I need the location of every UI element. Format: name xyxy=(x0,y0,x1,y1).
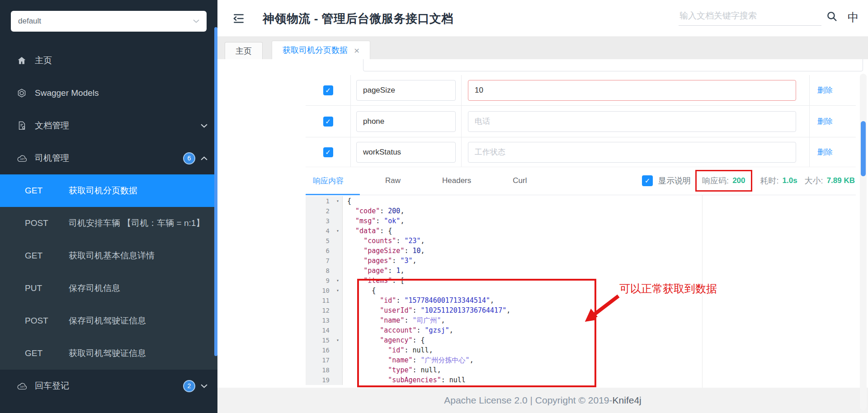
svg-text:API: API xyxy=(20,385,24,388)
meta-pair: 大小:7.89 KB xyxy=(805,175,855,186)
fold-arrow-icon[interactable]: ▾ xyxy=(336,286,339,296)
sidebar-item-label: 司机管理 xyxy=(35,152,183,164)
sidebar-item[interactable]: 主页 xyxy=(0,44,217,77)
line-number: 1▾ xyxy=(306,196,343,206)
response-tab[interactable]: 响应内容 xyxy=(313,176,344,186)
meta-label: 响应码: xyxy=(702,175,729,186)
param-checkbox[interactable]: ✓ xyxy=(323,117,333,127)
footer-brand: Knife4j xyxy=(613,395,642,406)
line-number: 11 xyxy=(306,296,343,305)
language-toggle-button[interactable]: 中 xyxy=(848,10,859,25)
code-line: 7 "pages": "3", xyxy=(306,256,856,266)
code-text: "data": { xyxy=(343,226,392,236)
api-endpoint-item[interactable]: GET获取司机基本信息详情 xyxy=(0,239,217,272)
api-endpoint-item[interactable]: POST司机安排车辆 【司机：车辆 = n:1】 xyxy=(0,207,217,239)
fold-arrow-icon[interactable]: ▾ xyxy=(336,226,339,236)
param-value-cell xyxy=(461,106,809,137)
endpoint-label: 获取司机分页数据 xyxy=(69,185,137,197)
delete-param-link[interactable]: 删除 xyxy=(817,85,833,95)
delete-param-link[interactable]: 删除 xyxy=(817,116,833,127)
sidebar-item-label: 回车登记 xyxy=(35,380,183,392)
param-checkbox-cell: ✓ xyxy=(306,75,350,105)
response-meta: ✓显示说明响应码:200耗时:1.0s大小:7.89 KB xyxy=(642,168,855,193)
menu-fold-icon[interactable] xyxy=(231,11,246,26)
tab[interactable]: 主页 xyxy=(225,42,263,59)
response-tab[interactable]: Headers xyxy=(442,176,471,185)
line-number: 14 xyxy=(306,325,343,335)
code-text: { xyxy=(343,196,351,206)
knife4j-app: default 主页Swagger Models文档管理API司机管理6GET获… xyxy=(0,0,868,413)
sidebar-item[interactable]: Swagger Models xyxy=(0,77,217,109)
search-input[interactable] xyxy=(679,9,821,26)
param-value-input[interactable] xyxy=(468,111,796,132)
sidebar-scrollbar-thumb[interactable] xyxy=(214,27,217,356)
code-text: "page": 1, xyxy=(343,266,404,276)
code-line: 5 "counts": "23", xyxy=(306,236,856,246)
delete-param-link[interactable]: 删除 xyxy=(817,147,833,157)
line-number: 3 xyxy=(306,216,343,226)
home-icon xyxy=(17,55,28,66)
param-value-input[interactable] xyxy=(468,80,796,101)
code-line: 2 "code": 200, xyxy=(306,206,856,216)
param-value-cell xyxy=(461,137,809,167)
api-endpoint-submenu: GET获取司机分页数据POST司机安排车辆 【司机：车辆 = n:1】GET获取… xyxy=(0,174,217,370)
show-desc-checkbox[interactable]: ✓ xyxy=(642,175,653,186)
meta-label: 耗时: xyxy=(760,175,779,186)
api-endpoint-item[interactable]: GET获取司机驾驶证信息 xyxy=(0,337,217,370)
http-method-label: POST xyxy=(25,316,69,326)
line-number: 13 xyxy=(306,315,343,325)
code-text: "msg": "ok", xyxy=(343,216,404,226)
code-text: "pages": "3", xyxy=(343,256,417,266)
response-tab[interactable]: Raw xyxy=(385,176,401,185)
close-icon[interactable]: × xyxy=(354,46,359,55)
line-number: 2 xyxy=(306,206,343,216)
param-checkbox[interactable]: ✓ xyxy=(323,147,333,157)
endpoint-label: 获取司机基本信息详情 xyxy=(69,250,155,262)
meta-value: 7.89 KB xyxy=(827,176,855,185)
api-endpoint-item[interactable]: POST保存司机驾驶证信息 xyxy=(0,305,217,337)
line-number: 5 xyxy=(306,236,343,246)
tab-label: 获取司机分页数据 xyxy=(283,45,348,56)
page-scrollbar[interactable] xyxy=(860,74,867,410)
search-icon[interactable] xyxy=(826,10,838,24)
endpoint-label: 获取司机驾驶证信息 xyxy=(69,347,146,359)
main-content: ✓删除✓删除✓删除 响应内容RawHeadersCurl ✓显示说明响应码:20… xyxy=(217,59,868,388)
line-number: 6 xyxy=(306,246,343,256)
show-desc-label: 显示说明 xyxy=(658,175,691,186)
fold-arrow-icon[interactable]: ▾ xyxy=(336,196,339,206)
response-code-highlight-box: 响应码:200 xyxy=(695,170,752,192)
chevron-up-icon xyxy=(201,156,208,160)
annotation-text: 可以正常获取到数据 xyxy=(619,282,717,296)
endpoint-label: 保存司机信息 xyxy=(69,282,120,294)
endpoint-label: 司机安排车辆 【司机：车辆 = n:1】 xyxy=(69,217,204,229)
param-value-input-partial[interactable] xyxy=(363,59,863,71)
param-name-input[interactable] xyxy=(356,142,456,163)
tab[interactable]: 获取司机分页数据× xyxy=(272,41,370,59)
param-name-input[interactable] xyxy=(356,111,456,132)
api-endpoint-item[interactable]: PUT保存司机信息 xyxy=(0,272,217,305)
response-tab[interactable]: Curl xyxy=(513,176,527,185)
param-name-cell xyxy=(350,106,461,137)
line-number: 16 xyxy=(306,345,343,355)
code-text: "pageSize": 10, xyxy=(343,246,425,256)
fold-arrow-icon[interactable]: ▾ xyxy=(336,276,339,286)
endpoint-label: 保存司机驾驶证信息 xyxy=(69,315,146,327)
line-number: 9▾ xyxy=(306,276,343,286)
sidebar-item[interactable]: API司机管理6 xyxy=(0,142,217,174)
group-select[interactable]: default xyxy=(11,11,207,32)
code-line: 6 "pageSize": 10, xyxy=(306,246,856,256)
fold-arrow-icon[interactable]: ▾ xyxy=(336,335,339,345)
param-value-input[interactable] xyxy=(468,142,796,163)
sidebar-item-label: Swagger Models xyxy=(35,88,208,98)
param-checkbox[interactable]: ✓ xyxy=(323,85,333,95)
sidebar-item[interactable]: API回车登记2 xyxy=(0,370,217,402)
param-name-input[interactable] xyxy=(356,80,456,101)
page-scrollbar-thumb[interactable] xyxy=(861,121,866,176)
header: 神领物流 - 管理后台微服务接口文档 中 xyxy=(217,0,868,37)
models-icon xyxy=(17,88,28,99)
meta-value: 1.0s xyxy=(783,176,797,185)
sidebar-item[interactable]: 文档管理 xyxy=(0,109,217,142)
api-endpoint-item[interactable]: GET获取司机分页数据 xyxy=(0,174,217,207)
param-checkbox-cell: ✓ xyxy=(306,106,350,137)
line-number: 15▾ xyxy=(306,335,343,345)
